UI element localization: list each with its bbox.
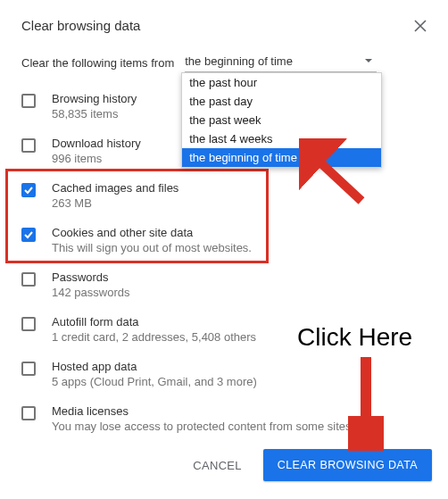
item-passwords: Passwords 142 passwords xyxy=(21,263,427,308)
time-range-value: the beginning of time xyxy=(185,54,293,68)
dropdown-option-last-4-weeks[interactable]: the last 4 weeks xyxy=(182,129,381,148)
clear-browsing-data-button[interactable]: CLEAR BROWSING DATA xyxy=(263,449,432,481)
annotation-click-here: Click Here xyxy=(297,323,412,352)
chevron-down-icon xyxy=(364,54,373,68)
dropdown-option-beginning-of-time[interactable]: the beginning of time xyxy=(182,148,381,167)
item-sub: 1 credit card, 2 addresses, 5,408 others xyxy=(52,330,256,344)
item-cached-images: Cached images and files 263 MB xyxy=(21,174,427,219)
item-sub: You may lose access to protected content… xyxy=(52,420,354,433)
item-text: Browsing history 58,835 items xyxy=(52,92,137,121)
dialog-title: Clear browsing data xyxy=(21,18,140,33)
prompt-label: Clear the following items from xyxy=(21,56,174,70)
item-text: Cookies and other site data This will si… xyxy=(52,226,252,254)
close-icon[interactable] xyxy=(414,20,427,32)
item-sub: 5 apps (Cloud Print, Gmail, and 3 more) xyxy=(52,375,257,388)
time-range-dropdown: the past hour the past day the past week… xyxy=(181,72,382,168)
item-label: Browsing history xyxy=(52,92,137,105)
time-range-select[interactable]: the beginning of time xyxy=(185,53,377,72)
item-sub: 58,835 items xyxy=(52,107,137,121)
checkbox-passwords[interactable] xyxy=(21,272,36,287)
item-text: Media licenses You may lose access to pr… xyxy=(52,404,354,433)
item-label: Media licenses xyxy=(52,404,354,418)
time-range-select-wrap: the beginning of time the past hour the … xyxy=(185,53,377,72)
dropdown-option-past-hour[interactable]: the past hour xyxy=(182,73,381,92)
time-range-row: Clear the following items from the begin… xyxy=(21,53,427,72)
dropdown-option-past-week[interactable]: the past week xyxy=(182,111,381,129)
item-text: Cached images and files 263 MB xyxy=(52,181,178,210)
item-label: Hosted app data xyxy=(52,360,257,373)
item-hosted-app-data: Hosted app data 5 apps (Cloud Print, Gma… xyxy=(21,353,427,397)
item-label: Autofill form data xyxy=(52,315,256,329)
dropdown-option-past-day[interactable]: the past day xyxy=(182,92,381,111)
checkbox-autofill[interactable] xyxy=(21,317,36,331)
item-sub: 263 MB xyxy=(52,196,178,210)
item-text: Hosted app data 5 apps (Cloud Print, Gma… xyxy=(52,360,257,388)
item-sub: 996 items xyxy=(52,152,141,165)
item-label: Cookies and other site data xyxy=(52,226,252,239)
checkbox-hosted-app-data[interactable] xyxy=(21,362,36,376)
dialog-actions: CANCEL CLEAR BROWSING DATA xyxy=(180,449,432,481)
clear-browsing-data-dialog: Clear browsing data Clear the following … xyxy=(0,0,448,442)
item-text: Download history 996 items xyxy=(52,137,141,165)
item-text: Autofill form data 1 credit card, 2 addr… xyxy=(52,315,256,344)
checkbox-cached-images[interactable] xyxy=(21,183,36,197)
item-cookies: Cookies and other site data This will si… xyxy=(21,219,427,263)
item-sub: This will sign you out of most websites. xyxy=(52,241,252,254)
checkbox-media-licenses[interactable] xyxy=(21,406,36,420)
item-label: Cached images and files xyxy=(52,181,178,195)
checkbox-cookies[interactable] xyxy=(21,228,36,242)
item-label: Passwords xyxy=(52,270,129,284)
item-media-licenses: Media licenses You may lose access to pr… xyxy=(21,397,427,442)
checkbox-download-history[interactable] xyxy=(21,138,36,153)
checkbox-browsing-history[interactable] xyxy=(21,94,36,108)
cancel-button[interactable]: CANCEL xyxy=(180,450,254,481)
dialog-header: Clear browsing data xyxy=(21,18,427,33)
item-label: Download history xyxy=(52,137,141,150)
item-sub: 142 passwords xyxy=(52,286,129,299)
item-text: Passwords 142 passwords xyxy=(52,270,129,299)
